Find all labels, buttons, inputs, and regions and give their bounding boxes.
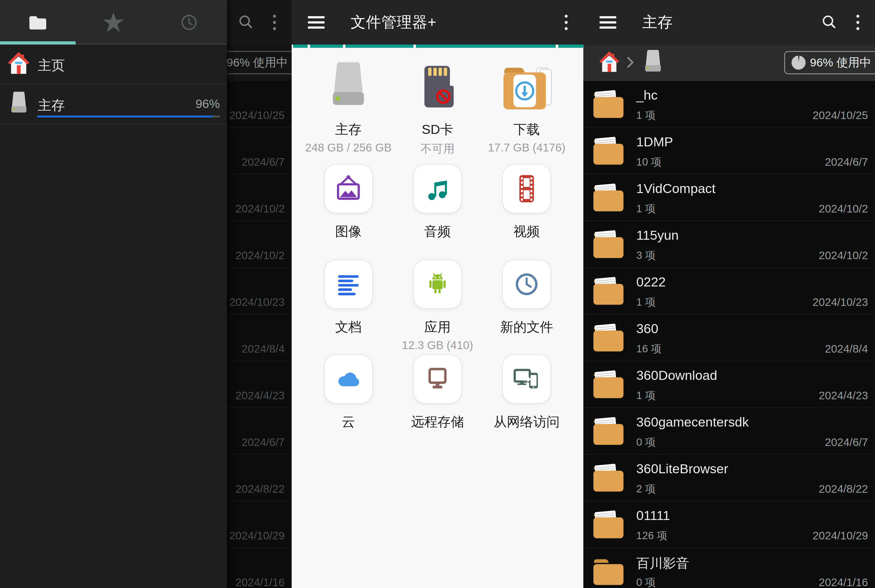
- file-row-115yun[interactable]: 115yun3 项2024/10/2: [583, 221, 875, 268]
- file-row-360LiteBrowser[interactable]: 360LiteBrowser2 项2024/8/22: [583, 454, 875, 501]
- file-name: 百川影音: [636, 555, 689, 572]
- overflow-menu-icon[interactable]: [856, 15, 859, 30]
- usage-badge-text: 96% 使用中: [810, 55, 871, 70]
- file-name: 1VidCompact: [636, 181, 715, 196]
- page-title: 主存: [642, 12, 673, 33]
- modified-date: 2024/1/16: [819, 576, 868, 588]
- app-title: 文件管理器+: [351, 12, 437, 33]
- modified-date: 2024/10/2: [819, 202, 868, 215]
- hard-drive-big-icon: [322, 58, 375, 115]
- category-devices[interactable]: 从网络访问: [482, 350, 571, 431]
- drawer-tab-folder-tab[interactable]: [0, 0, 76, 45]
- file-row-0222[interactable]: 02221 项2024/10/23: [583, 268, 875, 315]
- search-icon[interactable]: [819, 12, 840, 33]
- category-label: 文档: [335, 318, 362, 336]
- panel-home: 文件管理器+ 主存248 GB / 256 GBSD卡不可用下载17.7 GB …: [292, 0, 583, 588]
- folder-icon: [590, 366, 626, 403]
- drawer-tab-star[interactable]: [76, 0, 151, 45]
- category-film[interactable]: 视频: [482, 160, 571, 240]
- hamburger-menu-icon[interactable]: [308, 16, 325, 28]
- file-row-01111[interactable]: 01111126 项2024/10/29: [583, 501, 875, 548]
- file-row-_hc[interactable]: _hc1 项2024/10/25: [583, 81, 875, 128]
- folder-icon: [590, 226, 626, 262]
- category-hard-drive-big[interactable]: 主存248 GB / 256 GB: [304, 58, 393, 156]
- breadcrumb-home-icon[interactable]: [597, 51, 621, 75]
- item-count: 0 项: [636, 435, 656, 450]
- teal-segment: [310, 45, 343, 48]
- file-row-360gamecentersdk[interactable]: 360gamecentersdk0 项2024/6/7: [583, 408, 875, 454]
- modified-date: 2024/10/2: [236, 249, 285, 262]
- file-row-360Download[interactable]: 360Download1 项2024/4/23: [583, 361, 875, 408]
- download-folder-icon: [500, 58, 554, 115]
- modified-date: 2024/8/4: [242, 343, 285, 355]
- file-name: 360gamecentersdk: [636, 414, 749, 429]
- category-clock-blue[interactable]: 新的文件: [482, 256, 571, 352]
- cloud-icon: [324, 354, 373, 404]
- storage-percent-label: 96%: [195, 97, 220, 111]
- hard-drive-icon: [6, 91, 32, 118]
- file-name: 0222: [636, 274, 666, 290]
- category-music[interactable]: 音频: [393, 160, 482, 240]
- category-label: 远程存储: [411, 413, 464, 431]
- modified-date: 2024/6/7: [242, 156, 285, 168]
- home-grid-row: 文档应用12.3 GB (410)新的文件: [304, 256, 571, 352]
- category-android[interactable]: 应用12.3 GB (410): [393, 256, 482, 352]
- drawer-item-main-storage[interactable]: 主存 96%: [0, 84, 227, 124]
- file-row-1DMP[interactable]: 1DMP10 项2024/6/7: [583, 128, 875, 174]
- overflow-menu-icon[interactable]: [273, 15, 276, 30]
- category-monitor[interactable]: 远程存储: [393, 350, 482, 431]
- category-sd-card[interactable]: SD卡不可用: [393, 58, 482, 156]
- category-label: 应用: [424, 318, 451, 336]
- folder-icon: [590, 179, 626, 216]
- folder-icon: [590, 273, 626, 309]
- teal-segment: [416, 45, 556, 48]
- breadcrumb-drive-icon[interactable]: [639, 49, 666, 77]
- item-count: 10 项: [636, 155, 661, 169]
- modified-date: 2024/1/16: [236, 576, 285, 588]
- file-row-1VidCompact[interactable]: 1VidCompact1 项2024/10/2: [583, 174, 875, 221]
- modified-date: 2024/4/23: [819, 389, 868, 402]
- home-toolbar: 文件管理器+: [292, 0, 583, 45]
- file-row-360[interactable]: 36016 项2024/8/4: [583, 315, 875, 361]
- panel-storage-list: 主存: [583, 0, 875, 588]
- file-manager-screenshot: 96% 使用中 2024/10/252024/6/72024/10/22024/…: [0, 0, 875, 588]
- modified-date: 2024/8/4: [825, 343, 868, 355]
- category-image[interactable]: 图像: [304, 160, 393, 240]
- overflow-menu-icon[interactable]: [565, 15, 568, 30]
- category-cloud[interactable]: 云: [304, 350, 393, 431]
- folder-icon: [590, 132, 626, 169]
- item-count: 1 项: [636, 108, 656, 123]
- file-row-百川影音[interactable]: 百川影音0 项2024/1/16: [583, 548, 875, 588]
- file-list: _hc1 项2024/10/251DMP10 项2024/6/71VidComp…: [583, 81, 875, 588]
- breadcrumb-bar: 96% 使用中: [583, 45, 875, 81]
- hamburger-menu-icon[interactable]: [600, 16, 616, 28]
- category-label: 云: [342, 413, 355, 431]
- file-name: 360LiteBrowser: [636, 461, 728, 476]
- teal-segment-bar: [292, 45, 583, 48]
- category-download-folder[interactable]: 下载17.7 GB (4176): [482, 58, 571, 156]
- modified-date: 2024/10/29: [229, 530, 285, 542]
- storage-progress-bar: [37, 116, 220, 117]
- drawer-tab-clock[interactable]: [151, 0, 227, 45]
- drawer-item-label: 主存: [38, 96, 65, 114]
- image-icon: [324, 164, 373, 213]
- search-icon[interactable]: [236, 12, 257, 33]
- folder-icon: [590, 413, 626, 450]
- drawer-item-label: 主页: [38, 56, 65, 75]
- document-icon: [324, 260, 373, 309]
- music-icon: [413, 164, 462, 213]
- file-name: 115yun: [636, 228, 679, 243]
- drawer-item-home[interactable]: 主页: [0, 45, 227, 84]
- teal-segment: [345, 45, 413, 48]
- teal-segment: [293, 45, 308, 48]
- folder-icon: [590, 459, 626, 496]
- category-subtext: 17.7 GB (4176): [488, 141, 565, 154]
- category-subtext: 不可用: [420, 141, 455, 156]
- folder-tab-icon: [27, 13, 49, 32]
- modified-date: 2024/10/23: [813, 296, 868, 309]
- category-document[interactable]: 文档: [304, 256, 393, 352]
- category-label: SD卡: [422, 121, 453, 138]
- item-count: 1 项: [636, 388, 656, 403]
- modified-date: 2024/8/22: [819, 483, 868, 495]
- modified-date: 2024/6/7: [825, 436, 868, 449]
